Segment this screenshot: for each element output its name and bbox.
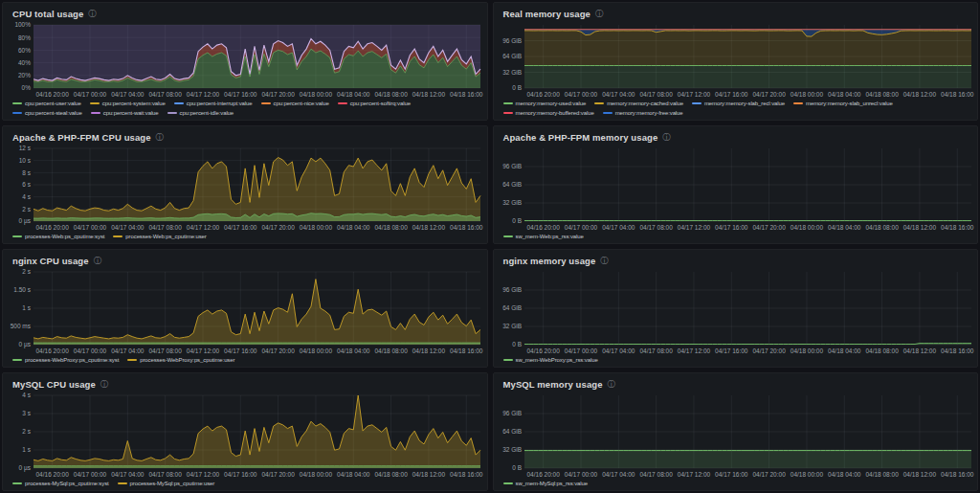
x-tick-label: 04/18 16:00 <box>941 224 974 231</box>
legend-item[interactable]: memory:memory-used:value <box>503 99 587 108</box>
panel-mysql-cpu-usage: MySQL CPU usage ⓘ 0 µs1 s2 s3 s4 s04/16 … <box>2 372 488 491</box>
legend-swatch <box>91 112 100 114</box>
x-tick-label: 04/18 08:00 <box>374 471 408 478</box>
legend-item[interactable]: sw_mem-Web:ps_rss:value <box>503 232 584 241</box>
chart-area[interactable]: 0 B32 GiB64 GiB96 GiB04/16 20:0004/17 00… <box>494 392 978 479</box>
legend-label: sw_mem-MySql:ps_rss:value <box>516 479 589 488</box>
y-tick-label: 64 GiB <box>502 53 522 59</box>
panel-nginx-cpu-usage: nginx CPU usage ⓘ 0 µs500 ms1 s1.50 s2 s… <box>2 249 488 368</box>
x-tick-label: 04/17 04:00 <box>111 347 145 354</box>
info-icon[interactable]: ⓘ <box>662 133 671 141</box>
legend-item[interactable]: memory:memory-slab_unrecl:value <box>793 99 893 108</box>
x-tick-label: 04/18 04:00 <box>828 471 861 478</box>
legend-label: cpu:percent-softirq:value <box>350 99 411 108</box>
chart-area[interactable]: 0 µs2 s4 s6 s8 s10 s12 s04/16 20:0004/17… <box>3 145 487 232</box>
y-tick-label: 20% <box>18 72 31 78</box>
panel-title[interactable]: nginx memory usage <box>503 256 596 266</box>
legend-item[interactable]: cpu:percent-idle:value <box>167 108 234 118</box>
panel-nginx-memory-usage: nginx memory usage ⓘ 0 B32 GiB64 GiB96 G… <box>493 249 979 368</box>
time-series-chart[interactable]: 0 µs2 s4 s6 s8 s10 s12 s04/16 20:0004/17… <box>3 145 487 232</box>
time-series-chart[interactable]: 0 B32 GiB64 GiB96 GiB04/16 20:0004/17 00… <box>494 145 978 232</box>
y-tick-label: 96 GiB <box>502 410 522 416</box>
panel-title[interactable]: MySQL memory usage <box>503 379 603 390</box>
x-tick-label: 04/16 20:00 <box>35 347 69 354</box>
panel-title[interactable]: Apache & PHP-FPM CPU usage <box>12 132 151 143</box>
legend-item[interactable]: cpu:percent-interrupt:value <box>174 99 253 108</box>
time-series-chart[interactable]: 0 µs500 ms1 s1.50 s2 s04/16 20:0004/17 0… <box>3 268 487 355</box>
legend-item[interactable]: memory:memory-buffered:value <box>503 108 594 118</box>
legend-item[interactable]: cpu:percent-nice:value <box>261 99 329 108</box>
legend-item[interactable]: sw_mem-WebProxy:ps_rss:value <box>503 355 598 365</box>
info-icon[interactable]: ⓘ <box>88 10 97 17</box>
legend-item[interactable]: sw_mem-MySql:ps_rss:value <box>503 479 589 488</box>
panel-title[interactable]: nginx CPU usage <box>12 256 89 266</box>
legend-swatch <box>503 235 513 237</box>
panel-title[interactable]: Apache & PHP-FPM memory usage <box>503 132 658 143</box>
x-tick-label: 04/17 20:00 <box>752 347 786 354</box>
legend-label: cpu:percent-user:value <box>25 99 81 108</box>
time-series-chart[interactable]: 0 B32 GiB64 GiB96 GiB04/16 20:0004/17 00… <box>494 268 978 355</box>
legend-item[interactable]: processes-WebProxy:ps_cputime:syst <box>12 355 119 365</box>
info-icon[interactable]: ⓘ <box>156 133 165 141</box>
legend-item[interactable]: cpu:percent-softirq:value <box>338 99 411 108</box>
x-tick-label: 04/18 00:00 <box>300 91 333 98</box>
y-tick-label: 0 µs <box>19 341 32 348</box>
info-icon[interactable]: ⓘ <box>100 380 109 388</box>
y-tick-label: 96 GiB <box>502 37 522 44</box>
x-tick-label: 04/18 00:00 <box>790 224 823 231</box>
x-tick-label: 04/18 08:00 <box>374 347 408 354</box>
legend-item[interactable]: cpu:percent-steal:value <box>12 108 82 118</box>
x-tick-label: 04/17 00:00 <box>74 347 107 354</box>
info-icon[interactable]: ⓘ <box>595 10 604 17</box>
legend-item[interactable]: memory:memory-free:value <box>603 108 683 118</box>
legend-label: memory:memory-buffered:value <box>516 108 594 118</box>
dashboard-grid: CPU total usage ⓘ 0%20%40%60%80%100%04/1… <box>0 0 980 493</box>
panel-title[interactable]: Real memory usage <box>503 9 590 19</box>
legend-item[interactable]: cpu:percent-wait:value <box>91 108 159 118</box>
time-series-chart[interactable]: 0 µs1 s2 s3 s4 s04/16 20:0004/17 00:0004… <box>3 392 487 479</box>
legend-item[interactable]: processes-Web:ps_cputime:syst <box>12 232 104 241</box>
info-icon[interactable]: ⓘ <box>608 380 616 388</box>
legend-item[interactable]: processes-Web:ps_cputime:user <box>113 232 206 241</box>
chart-area[interactable]: 0 µs500 ms1 s1.50 s2 s04/16 20:0004/17 0… <box>3 268 487 355</box>
panel-header: Apache & PHP-FPM memory usage ⓘ <box>494 126 978 145</box>
info-icon[interactable]: ⓘ <box>94 257 102 264</box>
x-tick-label: 04/17 16:00 <box>224 91 257 98</box>
panel-title[interactable]: MySQL CPU usage <box>12 379 96 390</box>
legend-item[interactable]: cpu:percent-system:value <box>90 99 166 108</box>
time-series-chart[interactable]: 0%20%40%60%80%100%04/16 20:0004/17 00:00… <box>3 21 487 99</box>
legend-swatch <box>692 102 702 104</box>
chart-area[interactable]: 0 B32 GiB64 GiB96 GiB04/16 20:0004/17 00… <box>494 145 978 232</box>
legend-item[interactable]: cpu:percent-user:value <box>12 99 81 108</box>
x-tick-label: 04/18 08:00 <box>374 91 408 98</box>
series-area <box>524 31 971 66</box>
chart-area[interactable]: 0 B32 GiB64 GiB96 GiB04/16 20:0004/17 00… <box>494 21 978 99</box>
series-line <box>524 344 971 345</box>
legend-item[interactable]: processes-MySql:ps_cputime:syst <box>12 479 109 488</box>
chart-area[interactable]: 0 B32 GiB64 GiB96 GiB04/16 20:0004/17 00… <box>494 268 978 355</box>
y-tick-label: 64 GiB <box>502 181 522 188</box>
time-series-chart[interactable]: 0 B32 GiB64 GiB96 GiB04/16 20:0004/17 00… <box>494 392 978 479</box>
legend-swatch <box>113 235 122 237</box>
x-tick-label: 04/17 00:00 <box>564 347 597 354</box>
legend-item[interactable]: processes-WebProxy:ps_cputime:user <box>127 355 234 365</box>
legend-item[interactable]: memory:memory-cached:value <box>594 99 683 108</box>
y-tick-label: 10 s <box>19 157 32 164</box>
x-tick-label: 04/17 04:00 <box>602 471 635 478</box>
panel-title[interactable]: CPU total usage <box>12 9 83 19</box>
time-series-chart[interactable]: 0 B32 GiB64 GiB96 GiB04/16 20:0004/17 00… <box>494 21 978 99</box>
x-tick-label: 04/17 20:00 <box>752 471 786 478</box>
legend-label: processes-WebProxy:ps_cputime:syst <box>25 355 119 365</box>
chart-area[interactable]: 0%20%40%60%80%100%04/16 20:0004/17 00:00… <box>3 21 487 99</box>
panel-header: Real memory usage ⓘ <box>494 3 978 21</box>
chart-area[interactable]: 0 µs1 s2 s3 s4 s04/16 20:0004/17 00:0004… <box>3 392 487 479</box>
legend-label: memory:memory-cached:value <box>607 99 683 108</box>
y-tick-label: 0 B <box>512 84 522 91</box>
y-tick-label: 96 GiB <box>502 286 522 293</box>
legend-item[interactable]: memory:memory-slab_recl:value <box>692 99 785 108</box>
legend-item[interactable]: processes-MySql:ps_cputime:user <box>118 479 215 488</box>
info-icon[interactable]: ⓘ <box>600 257 609 264</box>
y-tick-label: 6 s <box>22 181 31 188</box>
x-tick-label: 04/17 00:00 <box>564 471 597 478</box>
x-tick-label: 04/17 20:00 <box>261 347 295 354</box>
